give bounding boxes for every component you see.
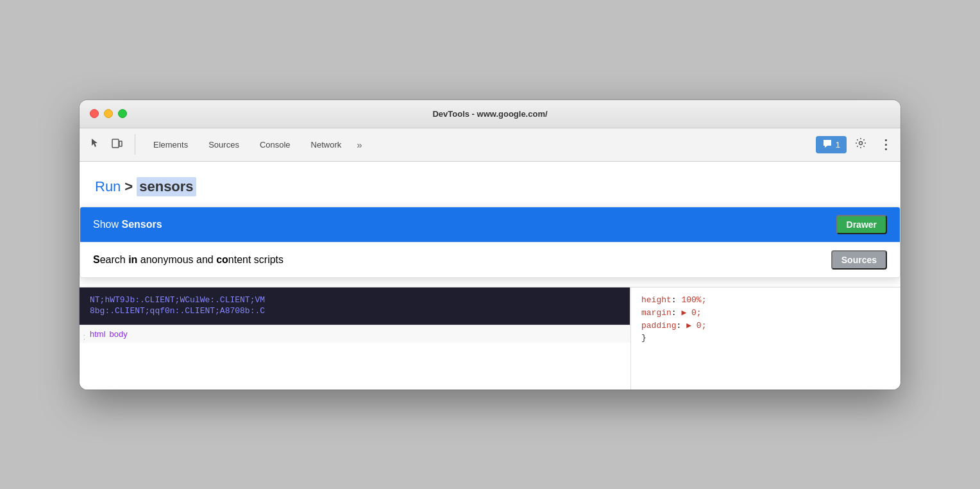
result-highlight-s: S bbox=[93, 254, 100, 265]
command-dropdown: Show Sensors Drawer Search in anonymous … bbox=[80, 207, 900, 278]
command-input-line[interactable]: Run > sensors bbox=[95, 175, 885, 202]
css-padding-prop: padding bbox=[641, 321, 677, 330]
settings-button[interactable] bbox=[850, 134, 871, 155]
toolbar-right: 1 ⋮ bbox=[816, 134, 895, 155]
tab-elements[interactable]: Elements bbox=[143, 136, 198, 153]
run-label: Run bbox=[95, 178, 121, 195]
css-height-val: 100%; bbox=[681, 295, 706, 305]
css-margin-line: margin: ▶ 0; bbox=[641, 307, 877, 318]
toolbar-tabs: Elements Sources Console Network » bbox=[143, 135, 813, 154]
css-height-prop: height bbox=[641, 295, 672, 305]
code-panel: ·· NT;hWT9Jb:.CLIENT;WCulWe:.CLIENT;VM 8… bbox=[80, 287, 900, 390]
css-margin-prop: margin bbox=[641, 308, 672, 318]
result-label-search: Search in anonymous and content scripts bbox=[93, 254, 831, 266]
result-item-sensors[interactable]: Show Sensors Drawer bbox=[80, 207, 900, 242]
code-line-1: NT;hWT9Jb:.CLIENT;WCulWe:.CLIENT;VM bbox=[90, 295, 620, 305]
chat-icon bbox=[822, 139, 832, 151]
result-text-ntent: ntent scripts bbox=[228, 254, 283, 265]
result-item-search[interactable]: Search in anonymous and content scripts … bbox=[80, 243, 900, 277]
right-code-panel: height: 100%; margin: ▶ 0; padding: ▶ 0;… bbox=[631, 287, 900, 390]
cursor-icon bbox=[89, 137, 101, 151]
tab-console[interactable]: Console bbox=[249, 136, 301, 153]
result-text-earch: earch bbox=[100, 254, 128, 265]
devtools-window: DevTools - www.google.com/ bbox=[80, 100, 900, 390]
tab-sources[interactable]: Sources bbox=[198, 136, 249, 153]
badge-count: 1 bbox=[836, 140, 840, 150]
code-left-content: NT;hWT9Jb:.CLIENT;WCulWe:.CLIENT;VM 8bg:… bbox=[80, 287, 630, 325]
css-padding-line: padding: ▶ 0; bbox=[641, 320, 877, 330]
result-text-anonymous: anonymous bbox=[137, 254, 193, 265]
sources-badge-button[interactable]: Sources bbox=[831, 250, 887, 270]
title-bar: DevTools - www.google.com/ bbox=[80, 100, 900, 128]
device-toggle-button[interactable] bbox=[106, 134, 127, 155]
svg-rect-0 bbox=[112, 139, 119, 148]
close-button[interactable] bbox=[90, 109, 99, 118]
devtools-body: Run > sensors Show Sensors Drawer Search… bbox=[80, 162, 900, 390]
window-title: DevTools - www.google.com/ bbox=[432, 109, 547, 119]
cursor-icon-button[interactable] bbox=[85, 134, 105, 155]
svg-rect-1 bbox=[119, 141, 122, 146]
css-colon-3: : bbox=[677, 321, 687, 330]
maximize-button[interactable] bbox=[118, 109, 127, 118]
more-icon: ⋮ bbox=[879, 138, 891, 151]
css-height-line: height: 100%; bbox=[641, 295, 877, 305]
tab-network[interactable]: Network bbox=[301, 136, 352, 153]
devtools-toolbar: Elements Sources Console Network » 1 bbox=[80, 128, 900, 162]
settings-icon bbox=[855, 137, 866, 151]
breadcrumb-bar: html body bbox=[80, 325, 630, 343]
css-colon-2: : bbox=[672, 308, 682, 318]
traffic-lights bbox=[90, 109, 127, 118]
breadcrumb-body[interactable]: body bbox=[110, 329, 128, 339]
code-line-2: 8bg:.CLIENT;qqf0n:.CLIENT;A8708b:.C bbox=[90, 306, 620, 316]
left-code-panel: ·· NT;hWT9Jb:.CLIENT;WCulWe:.CLIENT;VM 8… bbox=[80, 287, 631, 390]
css-closing-brace: } bbox=[641, 333, 646, 343]
css-brace-line: } bbox=[641, 333, 877, 343]
command-query: sensors bbox=[137, 177, 196, 196]
toolbar-icon-group bbox=[85, 134, 135, 155]
breadcrumb-html[interactable]: html bbox=[90, 329, 106, 339]
css-margin-val: ▶ 0; bbox=[681, 308, 701, 318]
css-colon-1: : bbox=[672, 295, 682, 305]
minimize-button[interactable] bbox=[104, 109, 113, 118]
result-highlight-in: in bbox=[128, 254, 137, 265]
result-label-sensors: Show Sensors bbox=[93, 219, 836, 230]
more-tabs-button[interactable]: » bbox=[351, 135, 367, 154]
drawer-badge-button[interactable]: Drawer bbox=[836, 215, 887, 234]
command-arrow: > bbox=[124, 178, 133, 195]
result-highlight-sensors: Sensors bbox=[121, 219, 162, 230]
device-icon bbox=[111, 137, 122, 151]
command-area: Run > sensors bbox=[80, 162, 900, 210]
expand-dots: ·· bbox=[81, 334, 89, 342]
svg-point-2 bbox=[859, 142, 863, 145]
css-padding-val: ▶ 0; bbox=[686, 321, 706, 330]
notifications-button[interactable]: 1 bbox=[816, 136, 847, 153]
result-prefix-show: Show bbox=[93, 219, 121, 230]
more-options-button[interactable]: ⋮ bbox=[875, 134, 895, 155]
css-code-content: height: 100%; margin: ▶ 0; padding: ▶ 0;… bbox=[631, 287, 888, 353]
result-highlight-co: co bbox=[216, 254, 228, 265]
